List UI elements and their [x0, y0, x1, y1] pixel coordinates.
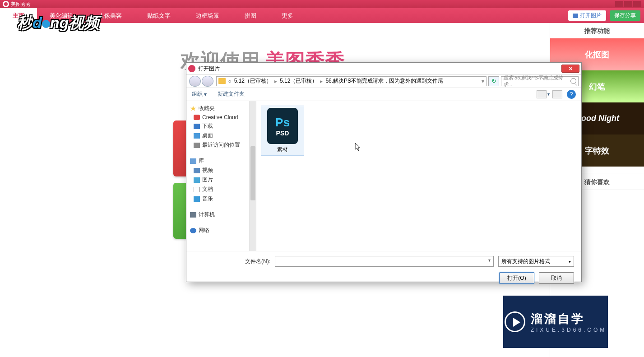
- dialog-body: 收藏夹 Creative Cloud 下载 桌面 最近访问的位置 库 视频 图片…: [186, 101, 581, 251]
- dialog-toolbar: 组织 ▾ 新建文件夹 ▾ ?: [186, 88, 581, 101]
- play-dot-icon: [42, 20, 50, 28]
- library-icon: [190, 158, 196, 164]
- dialog-app-icon: [188, 65, 195, 72]
- folder-tree: 收藏夹 Creative Cloud 下载 桌面 最近访问的位置 库 视频 图片…: [186, 101, 250, 251]
- search-icon: [570, 78, 576, 84]
- search-input[interactable]: 搜索 56.解决PS不能完成请求...: [501, 76, 579, 86]
- dialog-bottom: 文件名(N): ▾ 所有支持的图片格式 ▾ 打开(O) 取消: [186, 251, 581, 288]
- app-title-bar: 美图秀秀: [0, 0, 644, 8]
- music-icon: [194, 196, 200, 202]
- forward-button[interactable]: [202, 76, 213, 87]
- chevron-down-icon[interactable]: ▾: [482, 78, 484, 84]
- save-share-label: 保存分享: [614, 12, 636, 19]
- organize-menu[interactable]: 组织 ▾: [192, 90, 207, 98]
- file-list[interactable]: Ps PSD 素材: [256, 101, 581, 251]
- scrollbar-thumb[interactable]: [250, 146, 255, 200]
- back-button[interactable]: [189, 76, 201, 87]
- chevron-down-icon[interactable]: ▾: [547, 92, 550, 97]
- tree-computer[interactable]: 计算机: [186, 210, 249, 219]
- picture-icon: [194, 177, 200, 183]
- chevron-icon: «: [228, 78, 232, 84]
- open-file-dialog: 打开图片 ✕ « 5.12（已审核） ▸ 5.12（已审核） ▸ 56.解决PS…: [186, 62, 582, 282]
- folder-icon: [218, 78, 226, 84]
- tree-creative-cloud[interactable]: Creative Cloud: [186, 113, 249, 121]
- refresh-button[interactable]: ↻: [488, 76, 499, 86]
- tree-desktop[interactable]: 桌面: [186, 131, 249, 140]
- tree-videos[interactable]: 视频: [186, 166, 249, 175]
- tree-pictures[interactable]: 图片: [186, 175, 249, 185]
- mouse-cursor-icon: [355, 143, 361, 152]
- psd-file-icon: Ps PSD: [267, 108, 298, 144]
- brand-en: ZIXUE.3D66.COM: [531, 327, 607, 333]
- brand-cn: 溜溜自学: [531, 311, 607, 327]
- nav-tab-more[interactable]: 更多: [269, 8, 306, 23]
- dialog-title: 打开图片: [198, 65, 220, 73]
- document-icon: [194, 187, 200, 192]
- tree-downloads[interactable]: 下载: [186, 121, 249, 131]
- video-icon: [194, 168, 200, 173]
- app-title: 美图秀秀: [11, 1, 31, 8]
- open-image-button[interactable]: 打开图片: [568, 10, 606, 21]
- tree-libraries[interactable]: 库: [186, 156, 249, 166]
- nav-tab-frame[interactable]: 边框场景: [183, 8, 232, 23]
- dialog-title-bar: 打开图片 ✕: [186, 63, 581, 75]
- preview-pane-button[interactable]: [552, 90, 562, 98]
- window-min-button[interactable]: [615, 1, 623, 7]
- network-icon: [190, 228, 196, 233]
- open-image-label: 打开图片: [580, 12, 602, 19]
- breadcrumb[interactable]: « 5.12（已审核） ▸ 5.12（已审核） ▸ 56.解决PS不能完成请求，…: [216, 76, 486, 86]
- dialog-close-button[interactable]: ✕: [561, 65, 579, 73]
- cc-icon: [194, 115, 200, 120]
- sidebar-head-recommend: 推荐功能: [550, 23, 644, 38]
- tree-favorites[interactable]: 收藏夹: [186, 104, 249, 113]
- tree-network[interactable]: 网络: [186, 226, 249, 235]
- app-icon: [3, 1, 9, 7]
- view-mode-button[interactable]: [537, 90, 547, 98]
- computer-icon: [190, 212, 196, 218]
- star-icon: [190, 106, 196, 111]
- file-item-psd[interactable]: Ps PSD 素材: [261, 106, 304, 156]
- file-type-combo[interactable]: 所有支持的图片格式 ▾: [498, 256, 574, 267]
- chevron-down-icon: ▾: [204, 91, 207, 97]
- download-icon: [194, 124, 200, 129]
- dialog-path-row: « 5.12（已审核） ▸ 5.12（已审核） ▸ 56.解决PS不能完成请求，…: [186, 75, 581, 88]
- watermark-logo: 秒dng视频: [17, 13, 99, 33]
- play-icon: [505, 311, 525, 332]
- save-share-button[interactable]: 保存分享: [610, 10, 640, 21]
- window-close-button[interactable]: [633, 1, 641, 7]
- image-icon: [573, 14, 578, 18]
- tree-documents[interactable]: 文档: [186, 185, 249, 194]
- file-name: 素材: [263, 146, 302, 153]
- breadcrumb-seg-2[interactable]: 5.12（已审核）: [280, 77, 317, 85]
- new-folder-button[interactable]: 新建文件夹: [218, 90, 245, 98]
- nav-back-forward: [189, 76, 214, 87]
- chevron-right-icon: ▸: [320, 78, 323, 84]
- breadcrumb-seg-3[interactable]: 56.解决PS不能完成请求，因为意外的遇到文件尾: [325, 77, 443, 85]
- chevron-right-icon: ▸: [274, 78, 277, 84]
- filename-label: 文件名(N):: [245, 258, 270, 265]
- desktop-icon: [194, 133, 200, 139]
- tree-scrollbar[interactable]: [250, 101, 256, 251]
- help-button[interactable]: ?: [567, 90, 576, 99]
- tree-recent[interactable]: 最近访问的位置: [186, 140, 249, 150]
- search-placeholder: 搜索 56.解决PS不能完成请求...: [503, 74, 570, 88]
- breadcrumb-seg-1[interactable]: 5.12（已审核）: [234, 77, 272, 85]
- cancel-button[interactable]: 取消: [539, 272, 574, 284]
- tree-music[interactable]: 音乐: [186, 194, 249, 204]
- recent-icon: [194, 143, 200, 148]
- nav-tab-sticker[interactable]: 贴纸文字: [134, 8, 183, 23]
- open-button[interactable]: 打开(O): [499, 272, 534, 284]
- chevron-down-icon: ▾: [569, 259, 571, 264]
- chevron-down-icon[interactable]: ▾: [488, 258, 491, 263]
- brand-watermark: 溜溜自学 ZIXUE.3D66.COM: [503, 296, 608, 348]
- filename-input[interactable]: ▾: [275, 256, 494, 267]
- window-max-button[interactable]: [624, 1, 632, 7]
- nav-tab-collage[interactable]: 拼图: [232, 8, 269, 23]
